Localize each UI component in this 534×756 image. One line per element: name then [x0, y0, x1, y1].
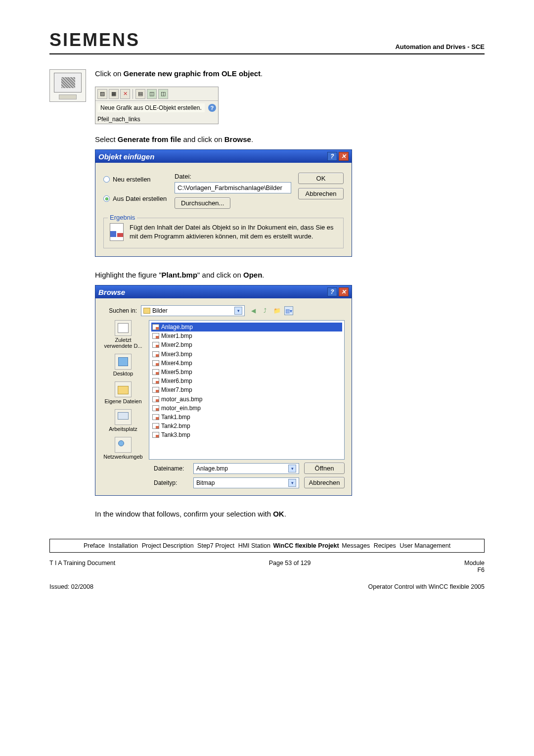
nav-view-icon[interactable]: ▥▾ [284, 306, 293, 315]
section-icon-column [49, 69, 86, 524]
tool-btn-close[interactable]: ✕ [120, 89, 130, 99]
file-item[interactable]: Anlage.bmp [151, 323, 342, 331]
place-item[interactable]: Zuletzt verwendete D... [102, 320, 144, 349]
file-item[interactable]: Mixer7.bmp [151, 385, 342, 394]
chevron-down-icon[interactable]: ▾ [288, 465, 296, 472]
chevron-down-icon[interactable]: ▾ [234, 307, 242, 315]
tool-btn-2[interactable]: ▦ [109, 89, 119, 99]
result-legend: Ergebnis [108, 214, 137, 221]
nav-item[interactable]: HMI Station [238, 542, 270, 549]
instruction-2: Select Generate from file and click on B… [95, 135, 485, 143]
chevron-down-icon[interactable]: ▾ [288, 479, 296, 487]
place-item[interactable]: Desktop [113, 354, 133, 377]
nav-item[interactable]: Installation [108, 542, 138, 549]
radio-create-new[interactable]: Neu erstellen [103, 176, 168, 183]
dialog-title: Objekt einfügen [98, 152, 154, 161]
file-item[interactable]: motor_aus.bmp [151, 395, 342, 404]
help-icon[interactable]: ? [208, 104, 216, 112]
bmp-file-icon [152, 342, 159, 348]
file-label: Datei: [175, 173, 291, 180]
file-item[interactable]: Mixer3.bmp [151, 350, 342, 359]
browse-titlebar: Browse ? ✕ [95, 285, 352, 298]
filename-label: Dateiname: [154, 465, 188, 472]
breadcrumb-nav: Preface Installation Project Description… [49, 539, 485, 553]
place-item[interactable]: Netzwerkumgeb [103, 437, 142, 460]
main-content: Click on Generate new graphic from OLE o… [95, 69, 485, 524]
file-item[interactable]: Mixer1.bmp [151, 331, 342, 340]
search-in-combo[interactable]: Bilder ▾ [141, 305, 245, 316]
place-icon [115, 320, 132, 336]
browse-button[interactable]: Durchsuchen... [175, 197, 230, 209]
nav-item[interactable]: Preface [84, 542, 105, 549]
tool-btn-img[interactable]: ◫ [158, 89, 168, 99]
file-item[interactable]: motor_ein.bmp [151, 404, 342, 413]
filetype-label: Dateityp: [154, 479, 188, 486]
tool-btn-grid[interactable]: ▤ [135, 89, 145, 99]
place-icon [115, 381, 132, 397]
footer-row-2: Issued: 02/2008 Operator Control with Wi… [49, 583, 485, 590]
nav-item[interactable]: Messages [342, 542, 370, 549]
file-item[interactable]: Mixer6.bmp [151, 377, 342, 385]
file-item[interactable]: Mixer4.bmp [151, 359, 342, 368]
open-button[interactable]: Öffnen [304, 463, 345, 474]
nav-up-icon[interactable]: ⤴ [261, 306, 269, 315]
radio-create-from-file[interactable]: Aus Datei erstellen [103, 195, 168, 202]
footer-course: Operator Control with WinCC flexible 200… [368, 583, 485, 590]
nav-item[interactable]: Recipes [374, 542, 396, 549]
place-item[interactable]: Arbeitsplatz [109, 409, 137, 432]
file-item[interactable]: Mixer5.bmp [151, 368, 342, 377]
place-icon [115, 437, 132, 453]
file-item[interactable]: Mixer2.bmp [151, 340, 342, 349]
folder-icon [143, 308, 150, 314]
file-item[interactable]: Tank3.bmp [151, 430, 342, 439]
bmp-file-icon [152, 360, 159, 366]
browse-dialog: Browse ? ✕ Suchen in: Bilder ▾ ◀ ⤴ [95, 285, 352, 496]
bmp-file-icon [152, 405, 159, 411]
tool-btn-1[interactable]: ▨ [97, 89, 107, 99]
nav-newfolder-icon[interactable]: 📁 [272, 306, 281, 315]
instruction-1: Click on Generate new graphic from OLE o… [95, 69, 485, 78]
file-item[interactable]: Tank1.bmp [151, 413, 342, 422]
browse-close-button[interactable]: ✕ [339, 287, 349, 296]
dialog-titlebar: Objekt einfügen ? ✕ [95, 150, 352, 163]
ok-button[interactable]: OK [298, 173, 344, 184]
bmp-file-icon [152, 387, 159, 393]
titlebar-close-button[interactable]: ✕ [339, 152, 349, 161]
cancel-button[interactable]: Abbrechen [298, 188, 344, 199]
titlebar-help-button[interactable]: ? [327, 152, 337, 161]
instruction-4: In the window that follows, confirm your… [95, 510, 485, 518]
nav-item[interactable]: Step7 Project [197, 542, 234, 549]
browse-title: Browse [98, 288, 125, 296]
footer-doc-title: T I A Training Document [49, 560, 115, 573]
result-fieldset: Ergebnis Fügt den Inhalt der Datei als O… [103, 218, 344, 248]
file-list[interactable]: Anlage.bmpMixer1.bmpMixer2.bmpMixer3.bmp… [149, 320, 345, 460]
header-subtitle: Automation and Drives - SCE [395, 43, 485, 50]
tool-btn-ole[interactable]: ◫ [147, 89, 157, 99]
place-item[interactable]: Eigene Dateien [104, 381, 141, 404]
file-path-input[interactable]: C:\Vorlagen_Farbmischanlage\Bilder [175, 182, 291, 193]
file-item[interactable]: Tank2.bmp [151, 422, 342, 430]
toolbar-sublabel: Pfeil_nach_links [95, 115, 218, 124]
bmp-file-icon [152, 378, 159, 384]
place-icon [115, 409, 132, 425]
result-text: Fügt den Inhalt der Datei als Objekt so … [130, 223, 337, 240]
footer-issued: Issued: 02/2008 [49, 583, 93, 590]
nav-back-icon[interactable]: ◀ [249, 306, 258, 315]
result-icon [110, 223, 124, 241]
browse-cancel-button[interactable]: Abbrechen [304, 477, 345, 488]
filetype-combo[interactable]: Bitmap ▾ [193, 477, 299, 488]
filename-input[interactable]: Anlage.bmp ▾ [193, 463, 299, 474]
page-number: Page 53 of 129 [269, 560, 311, 573]
bmp-file-icon [152, 351, 159, 357]
bmp-file-icon [152, 414, 159, 420]
browse-help-button[interactable]: ? [327, 287, 337, 296]
page-header: SIEMENS Automation and Drives - SCE [49, 30, 485, 54]
bmp-file-icon [152, 369, 159, 375]
monitor-icon [49, 69, 86, 102]
nav-item[interactable]: Project Description [142, 542, 194, 549]
nav-item[interactable]: User Management [400, 542, 450, 549]
nav-item[interactable]: WinCC flexible Projekt [273, 542, 339, 549]
bmp-file-icon [152, 423, 159, 429]
toolbar-tooltip: Neue Grafik aus OLE-Objekt erstellen. [97, 103, 205, 112]
instruction-3: Highlight the figure "Plant.bmp" and cli… [95, 271, 485, 279]
